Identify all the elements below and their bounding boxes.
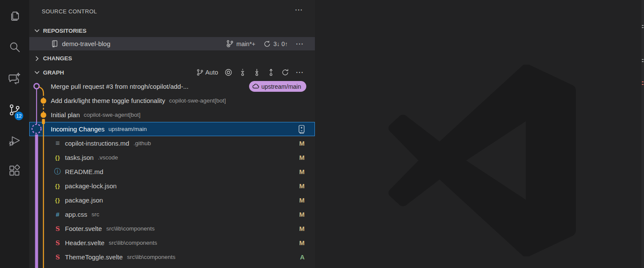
activity-extensions[interactable] [0,159,29,182]
file-row[interactable]: ≡ copilot-instructions.md .github M [29,136,315,150]
commit-message: Initial plan [51,111,80,118]
source-control-sidebar: SOURCE CONTROL ⋯ REPOSITORIES demo-trave… [29,0,315,268]
file-status-badge: M [299,196,305,204]
file-status-badge: M [299,140,305,147]
section-label: REPOSITORIES [43,28,86,34]
file-row[interactable]: S ThemeToggle.svelte src\lib\components … [29,250,315,264]
file-row[interactable]: {} tasks.json .vscode M [29,150,315,165]
file-status-badge: M [299,168,305,175]
file-row[interactable]: S Footer.svelte src\lib\components M [29,221,315,236]
push-icon[interactable] [267,69,275,76]
section-label: GRAPH [43,69,64,76]
commit-author: copilot-swe-agent[bot] [169,97,226,104]
cloud-icon [252,83,259,90]
graph-toolbar: Auto [196,69,304,76]
file-path: src\lib\components [106,225,155,232]
repo-icon [51,40,59,48]
ref-badge-label: upstream/main [261,83,301,90]
chevron-down-icon [34,69,40,76]
file-name: tasks.json [65,154,94,161]
section-changes[interactable]: CHANGES [29,52,315,65]
json-file-icon: {} [54,154,62,161]
file-status-badge: A [300,253,305,261]
file-name: package.json [65,196,103,204]
source-control-badge: 12 [14,111,24,121]
target-commit-icon[interactable] [225,69,232,76]
file-path: .vscode [98,154,118,161]
file-status-badge: M [299,239,305,246]
file-name: package-lock.json [65,182,117,190]
activity-chat[interactable] [0,67,29,90]
activity-bar: 12 [0,0,29,268]
file-row[interactable]: {} package-lock.json M [29,179,315,193]
graph-more-icon[interactable]: ⋯ [296,70,304,75]
chevron-right-icon [34,55,40,62]
activity-source-control[interactable]: 12 [0,99,29,121]
commit-message: Add dark/light theme toggle functionalit… [51,97,165,104]
repo-actions: main*+ 3↓ 0↑ ⋯ [226,40,304,48]
markdown-file-icon: ≡ [54,139,62,148]
commit-row[interactable]: Add dark/light theme toggle functionalit… [29,93,315,108]
sidebar-titlebar: SOURCE CONTROL ⋯ [29,0,315,22]
file-name: Header.svelte [65,239,105,246]
file-name: ThemeToggle.svelte [65,253,123,261]
css-file-icon: # [54,211,62,218]
vscode-logo-watermark [388,65,579,256]
activity-run-debug[interactable] [0,130,29,152]
json-file-icon: {} [54,197,62,203]
sidebar-title: SOURCE CONTROL [42,8,97,15]
file-name: copilot-instructions.md [65,140,129,147]
file-row[interactable]: S Header.svelte src\lib\components M [29,236,315,250]
branch-name[interactable]: main*+ [237,41,256,47]
file-status-badge: M [299,154,305,161]
svelte-file-icon: S [54,225,62,232]
file-path: src [92,211,99,218]
chevron-down-icon [34,27,40,34]
activity-explorer[interactable] [0,5,29,28]
editor-area [315,0,644,268]
file-path: src\lib\components [127,254,176,260]
refresh-icon[interactable] [281,69,289,76]
file-status-badge: M [299,211,305,218]
section-repositories[interactable]: REPOSITORIES [29,25,315,36]
commit-row[interactable]: Initial plan copilot-swe-agent[bot] [29,108,315,122]
file-row[interactable]: {} package.json M [29,193,315,207]
extensions-icon [8,164,21,177]
incoming-changes-row[interactable]: Incoming Changes upstream/main [29,122,315,136]
commit-message: Merge pull request #3 from ntrogh/copilo… [51,83,188,90]
svelte-file-icon: S [54,240,62,246]
repo-row[interactable]: demo-travel-blog main*+ 3↓ 0↑ ⋯ [29,37,315,50]
branch-create-icon[interactable] [226,40,234,48]
sync-counts[interactable]: 3↓ 0↑ [274,41,288,47]
file-path: .github [133,140,151,146]
run-debug-icon [8,134,22,148]
branch-icon [196,69,204,76]
editor-scrollbar[interactable] [641,0,644,268]
view-changes-icon[interactable] [297,125,306,134]
graph-auto-toggle[interactable]: Auto [196,69,218,76]
section-graph[interactable]: GRAPH Auto [29,65,315,79]
json-file-icon: {} [54,183,62,189]
fetch-icon[interactable] [239,69,247,76]
more-actions-icon[interactable]: ⋯ [295,8,303,12]
sync-icon[interactable] [263,40,271,48]
files-icon [8,10,21,23]
pull-icon[interactable] [253,69,261,76]
file-row[interactable]: # app.css src M [29,207,315,221]
file-status-badge: M [299,182,305,190]
activity-search[interactable] [0,36,29,59]
commit-author: copilot-swe-agent[bot] [84,112,141,118]
search-icon [8,41,21,54]
ref-badge-upstream-main[interactable]: upstream/main [249,81,306,92]
commit-ref: upstream/main [108,126,147,132]
file-status-badge: M [299,225,305,232]
file-row[interactable]: ⓘ README.md M [29,165,315,179]
vscode-window: 12 SOURCE CONTROL ⋯ [0,0,644,268]
graph-rows: Merge pull request #3 from ntrogh/copilo… [29,79,315,264]
info-file-icon: ⓘ [54,167,62,176]
svelte-file-icon: S [54,254,62,261]
auto-label: Auto [205,69,218,76]
file-name: README.md [65,168,103,175]
repo-more-icon[interactable]: ⋯ [296,42,304,46]
commit-row-merge[interactable]: Merge pull request #3 from ntrogh/copilo… [29,79,315,93]
